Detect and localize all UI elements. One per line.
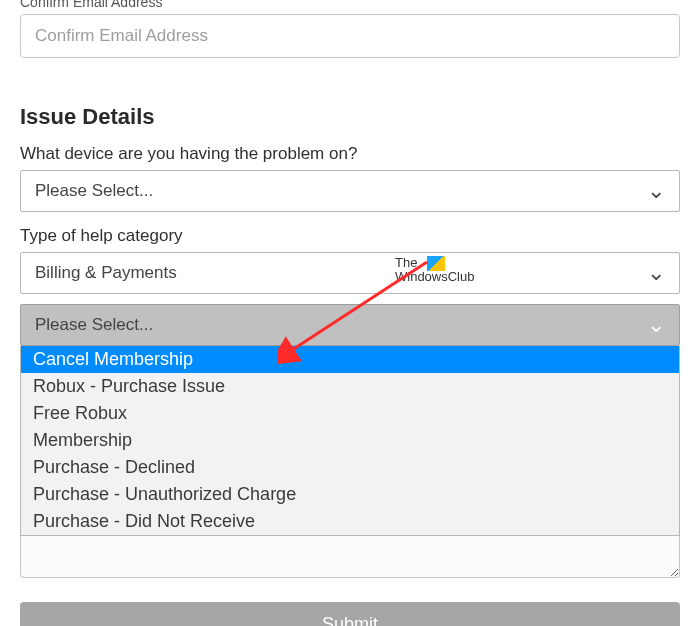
chevron-down-icon: ⌄	[647, 180, 665, 202]
subcategory-placeholder: Please Select...	[35, 315, 153, 335]
device-question-label: What device are you having the problem o…	[20, 144, 680, 164]
option-free-robux[interactable]: Free Robux	[21, 400, 679, 427]
category-label: Type of help category	[20, 226, 680, 246]
option-cancel-membership[interactable]: Cancel Membership	[21, 346, 679, 373]
submit-button[interactable]: Submit	[20, 602, 680, 626]
option-purchase-declined[interactable]: Purchase - Declined	[21, 454, 679, 481]
chevron-down-icon: ⌄	[647, 262, 665, 284]
device-select-value: Please Select...	[35, 181, 153, 201]
device-select[interactable]: Please Select... ⌄	[20, 170, 680, 212]
chevron-down-icon: ⌄	[647, 314, 665, 336]
option-purchase-not-received[interactable]: Purchase - Did Not Receive	[21, 508, 679, 535]
confirm-email-field[interactable]	[20, 14, 680, 58]
category-select[interactable]: Billing & Payments ⌄	[20, 252, 680, 294]
previous-field-label: Confirm Email Address	[20, 0, 162, 10]
option-robux-purchase-issue[interactable]: Robux - Purchase Issue	[21, 373, 679, 400]
issue-details-heading: Issue Details	[20, 104, 680, 130]
description-textarea[interactable]	[20, 536, 680, 578]
category-select-value: Billing & Payments	[35, 263, 177, 283]
subcategory-dropdown-list: Cancel Membership Robux - Purchase Issue…	[20, 346, 680, 536]
option-membership[interactable]: Membership	[21, 427, 679, 454]
option-purchase-unauthorized[interactable]: Purchase - Unauthorized Charge	[21, 481, 679, 508]
subcategory-select[interactable]: Please Select... ⌄	[20, 304, 680, 346]
